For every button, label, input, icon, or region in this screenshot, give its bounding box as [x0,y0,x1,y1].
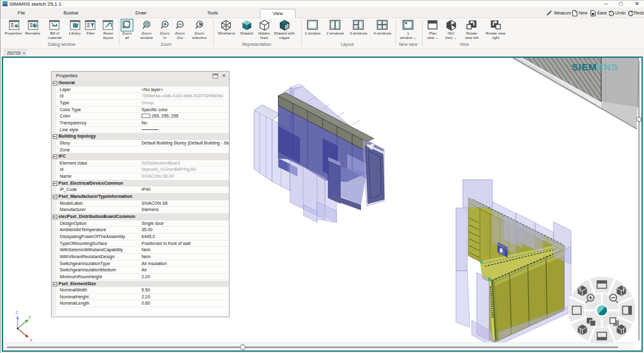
svg-text:SIEMENS: SIEMENS [572,62,618,72]
svg-text:X: X [30,338,33,342]
svg-text:Z: Z [16,310,19,315]
svg-text:Y: Y [28,315,31,320]
